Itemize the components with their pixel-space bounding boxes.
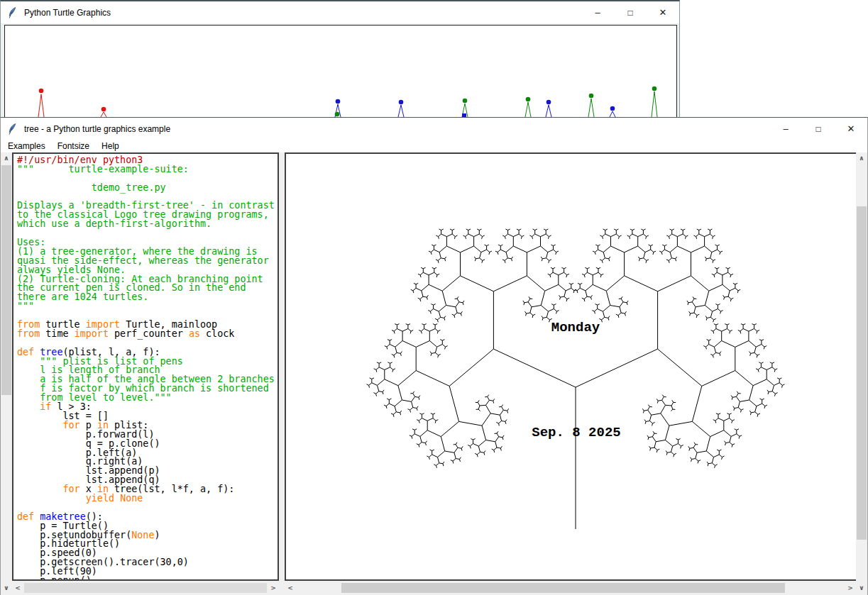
code-hscrollbar[interactable]: < > [12, 582, 279, 594]
tk-feather-icon [7, 123, 17, 135]
turtle-dot [610, 106, 615, 111]
code-line: tdemo_tree.py [17, 184, 278, 193]
turtle-canvas-svg: MondaySep. 8 2025 [286, 154, 856, 579]
code-line: from time import perf_counter as clock [17, 330, 278, 339]
canvas-vscrollbar[interactable]: ∧ ∨ [856, 152, 867, 594]
bg-window-controls: – □ ✕ [581, 1, 679, 23]
canvas-hscrollbar[interactable]: < > [285, 582, 856, 594]
bg-close-button[interactable]: ✕ [647, 1, 679, 23]
turtle-dot [463, 99, 468, 104]
turtle-dot [335, 112, 340, 117]
code-line: yield None [17, 494, 278, 504]
fg-titlebar: tree - a Python turtle graphics example … [1, 118, 867, 140]
code-vscrollbar[interactable]: ∧ ∨ [1, 152, 12, 594]
code-line: """ [17, 302, 278, 311]
canvas-label-1: Sep. 8 2025 [532, 425, 620, 440]
turtle-canvas-pane[interactable]: MondaySep. 8 2025 [285, 152, 857, 581]
tree-example-window: tree - a Python turtle graphics example … [0, 117, 868, 595]
code-line [17, 229, 278, 238]
fg-window-title: tree - a Python turtle graphics example [24, 124, 170, 134]
scroll-left-button[interactable]: < [285, 582, 296, 594]
scroll-up-button[interactable]: ∧ [1, 152, 12, 164]
code-pane[interactable]: #!/usr/bin/env python3""" turtle-example… [12, 152, 279, 581]
turtle-dot [399, 100, 404, 105]
scroll-right-button[interactable]: > [268, 582, 279, 594]
fg-minimize-button[interactable]: – [769, 118, 802, 140]
mini-tree [652, 91, 657, 117]
tk-feather-icon [7, 7, 17, 18]
mini-tree [546, 105, 551, 117]
code-line: there are 1024 turtles. [17, 293, 278, 302]
mini-tree [38, 94, 44, 117]
mini-tree [398, 105, 404, 117]
menu-item-examples[interactable]: Examples [8, 141, 45, 151]
canvas-label-0: Monday [551, 320, 600, 335]
scroll-down-button[interactable]: ∨ [856, 582, 867, 594]
bg-window-title: Python Turtle Graphics [24, 8, 111, 18]
turtle-dot [589, 94, 594, 99]
turtle-dot [652, 87, 657, 91]
fg-window-controls: – □ ✕ [769, 118, 867, 140]
code-hscrollbar-thumb[interactable] [24, 583, 267, 593]
mini-tree [101, 112, 106, 117]
menu-item-fontsize[interactable]: Fontsize [57, 141, 89, 151]
turtle-dot [39, 89, 44, 94]
scroll-up-button[interactable]: ∧ [856, 152, 867, 164]
bg-maximize-button[interactable]: □ [614, 1, 647, 23]
code-line: """ turtle-example-suite: [17, 165, 278, 174]
canvas-vscrollbar-thumb[interactable] [857, 206, 867, 540]
turtle-dot [336, 99, 341, 104]
fg-maximize-button[interactable]: □ [802, 118, 835, 140]
turtle-dot [101, 107, 106, 112]
mini-tree [525, 102, 531, 117]
canvas-hscrollbar-thumb[interactable] [341, 583, 785, 593]
turtle-dot [526, 97, 531, 102]
fractal-tree-drawing [367, 229, 785, 529]
bg-titlebar: Python Turtle Graphics – □ ✕ [1, 1, 679, 23]
menu-item-help[interactable]: Help [101, 141, 119, 151]
scroll-left-button[interactable]: < [12, 582, 23, 594]
scroll-right-button[interactable]: > [845, 582, 856, 594]
menubar: ExamplesFontsizeHelp [1, 140, 867, 152]
code-line: p.penup() [17, 577, 278, 581]
mini-tree [610, 111, 615, 117]
code-vscrollbar-thumb[interactable] [1, 165, 11, 395]
fg-content: ∧ ∨ #!/usr/bin/env python3""" turtle-exa… [1, 152, 867, 595]
code-line: which use a depth-first-algorithm. [17, 220, 278, 229]
scroll-down-button[interactable]: ∨ [1, 582, 12, 594]
mini-tree [588, 99, 594, 117]
bg-minimize-button[interactable]: – [581, 1, 614, 23]
fg-close-button[interactable]: ✕ [835, 118, 867, 140]
turtle-dot [546, 100, 551, 105]
